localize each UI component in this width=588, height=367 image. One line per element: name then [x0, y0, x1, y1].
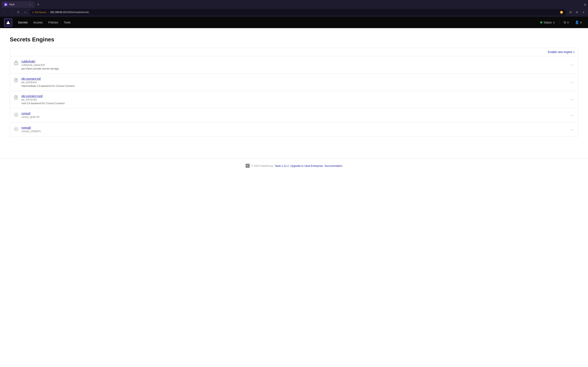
- address-url: 192.168.60.10:8200/ui/vault/secrets: [50, 11, 557, 14]
- tab-end-controls[interactable]: ∨: [584, 3, 586, 7]
- cluster-chevron: ∨: [567, 20, 569, 24]
- main-content: Secrets Engines Enable new engine +: [0, 28, 588, 150]
- new-tab-button[interactable]: +: [36, 2, 41, 7]
- vault-app: Secrets Access Policies Tools Status ∨ ⧉…: [0, 17, 588, 173]
- engine-row-pki-connect-root: pki-connect-root/ pki_3d73e35a root CA b…: [10, 91, 578, 108]
- cubbyhole-info: cubbyhole/ cubbyhole_8a0ac428 per-token …: [21, 59, 575, 70]
- brave-shield-icon[interactable]: B: [559, 10, 564, 15]
- nomad-actions[interactable]: ···: [568, 127, 575, 133]
- svg-rect-5: [15, 96, 17, 99]
- status-label: Status: [544, 21, 552, 24]
- active-tab[interactable]: Vault ×: [2, 1, 34, 8]
- security-warning: ⚠ Not Secure: [32, 11, 46, 14]
- pki-connect-int-icon: [13, 77, 19, 83]
- address-bar-row: ← → ↻ ☆ ⚠ Not Secure | 192.168.60.10:820…: [0, 8, 588, 17]
- status-dot: [540, 21, 542, 24]
- window-btn[interactable]: ⧉: [568, 9, 573, 15]
- svg-rect-4: [15, 78, 17, 82]
- nav-secrets[interactable]: Secrets: [16, 20, 30, 25]
- consul-id: consul_ab2fc7df: [21, 116, 575, 118]
- reload-button[interactable]: ↻: [16, 9, 21, 15]
- footer-copyright: © 2023 HashiCorp: [251, 164, 273, 167]
- cluster-button[interactable]: ⧉ ∨: [562, 19, 571, 25]
- footer: H © 2023 HashiCorp Vault 1.12.2 Upgrade …: [0, 159, 588, 173]
- nomad-id: nomad_120b0d7c: [21, 130, 575, 133]
- address-bar[interactable]: ⚠ Not Secure | 192.168.60.10:8200/ui/vau…: [29, 9, 566, 16]
- svg-marker-13: [16, 128, 17, 130]
- reading-btn[interactable]: 👁: [574, 9, 580, 15]
- enable-engine-icon: +: [573, 50, 575, 54]
- engine-row-nomad: nomad/ nomad_120b0d7c ···: [10, 123, 578, 137]
- svg-text:B: B: [561, 11, 562, 13]
- url-host: 192.168.60.10: [50, 11, 66, 14]
- tab-bar: Vault × + ∨: [0, 0, 588, 8]
- pki-connect-root-info: pki-connect-root/ pki_3d73e35a root CA b…: [21, 94, 575, 105]
- cubbyhole-icon: [13, 60, 19, 66]
- nav-access[interactable]: Access: [31, 20, 45, 25]
- consul-actions[interactable]: ···: [568, 112, 575, 118]
- forward-button[interactable]: →: [9, 9, 14, 15]
- nomad-info: nomad/ nomad_120b0d7c: [21, 126, 575, 133]
- footer-inner: H © 2023 HashiCorp Vault 1.12.2 Upgrade …: [5, 164, 583, 168]
- consul-name[interactable]: consul/: [21, 112, 30, 115]
- cubbyhole-id: cubbyhole_8a0ac428: [21, 64, 575, 67]
- pki-connect-int-id: pki_b643b4cd: [21, 81, 575, 84]
- menu-btn[interactable]: ≡: [581, 9, 586, 15]
- secrets-engines-table: Enable new engine + cubbyhole/ cubbyhole…: [10, 48, 578, 137]
- nomad-name[interactable]: nomad/: [21, 126, 31, 129]
- tab-title: Vault: [9, 3, 27, 6]
- pki-connect-root-id: pki_3d73e35a: [21, 98, 575, 101]
- cubbyhole-name[interactable]: cubbyhole/: [21, 60, 35, 63]
- engine-row-pki-connect-int: pki-connect-int/ pki_b643b4cd intermedia…: [10, 74, 578, 91]
- page-title: Secrets Engines: [10, 36, 578, 43]
- pki-connect-int-name[interactable]: pki-connect-int/: [21, 77, 41, 80]
- vault-logo-triangle: [6, 21, 10, 24]
- svg-marker-0: [5, 3, 7, 5]
- address-separator: |: [48, 11, 48, 14]
- status-chevron: ∨: [553, 21, 555, 24]
- tab-favicon: [4, 3, 7, 6]
- cubbyhole-actions[interactable]: ···: [568, 62, 575, 68]
- hashicorp-logo: H: [246, 164, 250, 168]
- vault-app-bar: Secrets Access Policies Tools Status ∨ ⧉…: [0, 17, 588, 28]
- user-chevron: ∨: [580, 20, 582, 24]
- back-button[interactable]: ←: [2, 9, 7, 15]
- footer-docs-link[interactable]: Documentation: [325, 164, 342, 167]
- footer-upgrade-link[interactable]: Upgrade to Vault Enterprise: [290, 164, 323, 167]
- browser-controls: ⧉ 👁 ≡: [568, 9, 586, 15]
- footer-version-link[interactable]: Vault 1.12.2: [275, 164, 289, 167]
- nav-tools[interactable]: Tools: [61, 20, 73, 25]
- vault-logo[interactable]: [4, 18, 12, 26]
- tab-close-button[interactable]: ×: [29, 3, 32, 6]
- user-button[interactable]: 👤 ∨: [573, 19, 584, 25]
- user-icon: 👤: [575, 20, 579, 24]
- pki-connect-int-actions[interactable]: ···: [568, 79, 575, 85]
- warning-icon: ⚠: [32, 11, 34, 14]
- pki-connect-root-icon: [13, 95, 19, 100]
- table-header-row: Enable new engine +: [10, 48, 578, 56]
- consul-info: consul/ consul_ab2fc7df: [21, 111, 575, 119]
- bookmark-button[interactable]: ☆: [22, 9, 28, 15]
- consul-icon: [13, 112, 19, 118]
- vault-nav: Secrets Access Policies Tools: [16, 20, 538, 25]
- url-path: :8200/ui/vault/secrets: [66, 11, 89, 14]
- pki-connect-root-actions[interactable]: ···: [568, 97, 575, 103]
- nav-policies[interactable]: Policies: [46, 20, 61, 25]
- svg-point-3: [16, 63, 17, 64]
- pki-connect-root-name[interactable]: pki-connect-root/: [21, 94, 43, 98]
- browser-chrome: Vault × + ∨ ← → ↻ ☆ ⚠ Not Secure | 192.1…: [0, 0, 588, 17]
- pki-connect-int-desc: intermediate CA backend for Consul Conne…: [21, 84, 575, 87]
- status-divider: [559, 20, 560, 25]
- status-button[interactable]: Status ∨: [538, 20, 557, 25]
- pki-connect-root-desc: root CA backend for Consul Connect: [21, 102, 575, 105]
- nomad-icon: [13, 126, 19, 132]
- svg-point-7: [16, 114, 17, 115]
- engine-row-consul: consul/ consul_ab2fc7df ···: [10, 108, 578, 123]
- vault-status-area: Status ∨ ⧉ ∨ 👤 ∨: [538, 19, 584, 25]
- engine-row-cubbyhole: cubbyhole/ cubbyhole_8a0ac428 per-token …: [10, 56, 578, 74]
- enable-new-engine-button[interactable]: Enable new engine +: [548, 50, 575, 54]
- svg-point-12: [14, 127, 18, 131]
- enable-engine-label: Enable new engine: [548, 50, 572, 54]
- pki-connect-int-info: pki-connect-int/ pki_b643b4cd intermedia…: [21, 77, 575, 87]
- cubbyhole-desc: per-token private secret storage: [21, 67, 575, 70]
